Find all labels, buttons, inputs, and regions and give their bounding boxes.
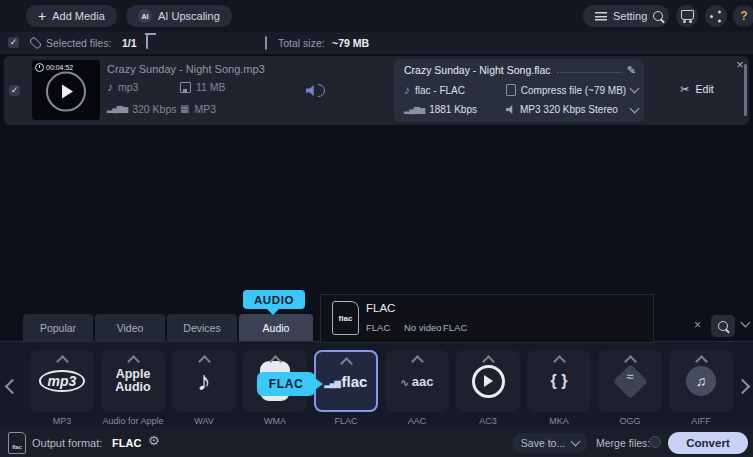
share-button[interactable] [705, 5, 727, 27]
format-label: MKA [549, 416, 569, 426]
top-toolbar: + Add Media AI AI Upscaling Settings ? [0, 0, 753, 32]
expand-chevron-icon[interactable] [340, 357, 353, 370]
save-to-button[interactable]: Save to... [512, 433, 588, 453]
bottom-bar: flac Output format: FLAC ⚙ Save to... Me… [0, 428, 753, 457]
format-item: aac AAC [385, 350, 449, 426]
carousel-right-button[interactable] [735, 378, 749, 394]
chevron-down-icon [630, 103, 640, 113]
output-file-badge-label: flac [12, 444, 21, 450]
format-label: MP3 [53, 416, 72, 426]
format-card[interactable]: aac [385, 350, 449, 412]
tab-label: Video [117, 322, 144, 334]
format-item: ♪ WAV [172, 350, 236, 426]
search-list-button[interactable] [711, 315, 735, 337]
format-tab[interactable]: Audio [239, 314, 313, 341]
format-card[interactable]: Apple Audio [101, 350, 165, 412]
add-media-button[interactable]: + Add Media [26, 5, 117, 27]
format-label: WAV [194, 416, 214, 426]
help-icon: ? [740, 9, 747, 23]
speaker-wave-shape [306, 85, 317, 96]
expand-chevron-icon[interactable] [127, 355, 140, 368]
audio-preset-dropdown[interactable]: MP3 320 Kbps Stereo [506, 104, 638, 115]
selection-bar: Selected files: 1/1 Total size: ~79 MB [0, 32, 753, 54]
flac-file-icon: flac [332, 301, 359, 335]
output-format-value: flac - FLAC [415, 85, 465, 96]
ai-upscaling-button[interactable]: AI AI Upscaling [126, 5, 232, 27]
share-icon [710, 10, 723, 22]
ai-icon: AI [138, 9, 152, 23]
search-button[interactable] [647, 5, 669, 27]
sliders-icon [595, 11, 607, 21]
file-thumbnail[interactable]: 00:04:52 [32, 60, 100, 120]
clear-search-icon[interactable]: × [694, 318, 701, 332]
selected-files-count: 1/1 [122, 37, 137, 49]
format-card[interactable]: { } [527, 350, 591, 412]
app-window: + Add Media AI AI Upscaling Settings ? S… [0, 0, 753, 457]
codec-icon [180, 104, 189, 114]
output-bitrate: 1881 Kbps [404, 104, 477, 115]
format-card[interactable]: ♫ [669, 350, 733, 412]
format-logo [612, 363, 647, 398]
file-checkbox[interactable] [9, 85, 20, 96]
search-icon [653, 11, 663, 21]
trash-icon[interactable] [146, 35, 148, 49]
rename-pencil-icon[interactable]: ✎ [627, 65, 636, 76]
paperclip-icon [29, 36, 42, 49]
file-row: 00:04:52 Crazy Sunday - Night Song.mp3 ♪… [4, 56, 749, 125]
output-format-value: FLAC [112, 437, 141, 449]
tooltip-audio: FLAC [443, 322, 467, 333]
format-label: WMA [264, 416, 286, 426]
expand-chevron-icon[interactable] [56, 355, 69, 368]
format-tab[interactable]: Popular [23, 314, 93, 341]
format-logo: Apple Audio [110, 368, 156, 394]
tab-label: Popular [40, 322, 76, 334]
merge-files-label: Merge files: [596, 437, 650, 449]
gear-icon[interactable]: ⚙ [148, 434, 160, 447]
select-all-checkbox[interactable] [8, 37, 19, 48]
edit-button[interactable]: ✂ Edit [652, 78, 742, 100]
source-format-value: mp3 [118, 81, 138, 93]
source-bitrate: 320 Kbps [107, 103, 177, 115]
tooltip-title: FLAC [366, 302, 395, 314]
format-label: FLAC [334, 416, 357, 426]
expand-chevron-icon[interactable] [553, 355, 566, 368]
output-bitrate-value: 1881 Kbps [429, 104, 477, 115]
format-card[interactable] [598, 350, 662, 412]
cart-icon [681, 10, 694, 20]
carousel-left-button[interactable] [5, 378, 19, 394]
source-format: ♪ mp3 [107, 81, 138, 93]
scrollbar-thumb[interactable] [744, 64, 747, 116]
format-logo: ♫ [686, 366, 716, 396]
speaker-icon [506, 105, 515, 114]
clock-icon [35, 63, 44, 72]
format-card[interactable]: flac [314, 350, 378, 412]
store-button[interactable] [676, 5, 698, 27]
play-button[interactable] [46, 72, 86, 112]
format-tooltip: flac FLAC FLAC No video FLAC [320, 294, 654, 343]
format-card[interactable] [456, 350, 520, 412]
flac-card-callout: FLAC [257, 372, 315, 396]
expand-chevron-icon[interactable] [411, 355, 424, 368]
collapse-chevron-icon[interactable] [741, 318, 751, 328]
format-card[interactable]: mp3 [30, 350, 94, 412]
merge-files-toggle[interactable] [649, 436, 661, 448]
chevron-down-icon [571, 437, 581, 447]
music-note-icon: ♪ [404, 84, 410, 96]
add-media-label: Add Media [52, 10, 105, 22]
format-carousel: mp3 MP3 Apple Audio Audio for Apple ♪ WA… [0, 341, 753, 429]
selected-files-label: Selected files: [46, 37, 111, 49]
compress-dropdown[interactable]: Compress file (~79 MB) [506, 84, 638, 96]
format-tab[interactable]: Video [95, 314, 165, 341]
tab-label: Audio [263, 322, 290, 334]
audio-waves-icon [306, 84, 325, 97]
compress-file-icon [506, 84, 516, 96]
help-button[interactable]: ? [733, 5, 753, 27]
format-item: ♫ AIFF [669, 350, 733, 426]
format-item: AC3 [456, 350, 520, 426]
format-card[interactable]: ♪ [172, 350, 236, 412]
save-to-label: Save to... [521, 437, 565, 449]
convert-button[interactable]: Convert [668, 432, 748, 454]
source-codec-value: MP3 [194, 103, 216, 115]
format-item: OGG [598, 350, 662, 426]
format-tab[interactable]: Devices [167, 314, 237, 341]
